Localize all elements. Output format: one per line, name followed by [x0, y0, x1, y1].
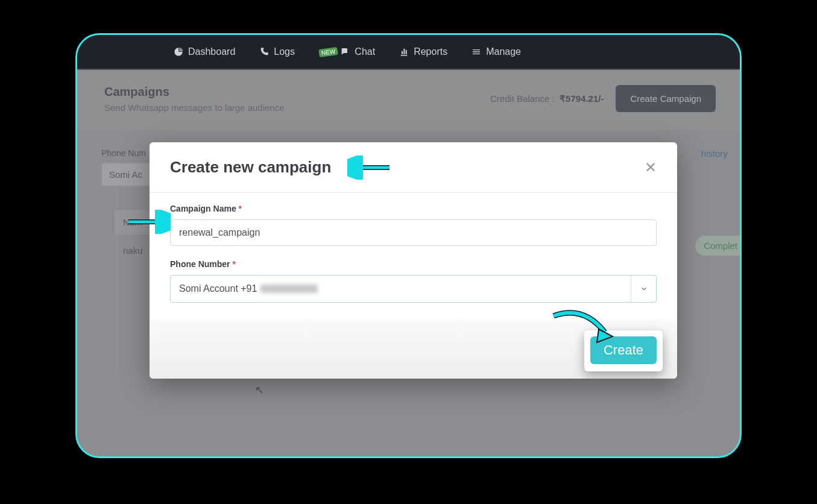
close-icon[interactable]: ✕	[645, 159, 657, 176]
phone-number-select[interactable]: Somi Account +91	[170, 275, 657, 303]
chart-icon	[399, 47, 409, 57]
menu-icon	[472, 47, 481, 57]
app-frame: Dashboard Logs NEW Chat Reports Manage C…	[75, 33, 742, 458]
required-marker: *	[239, 204, 242, 213]
nav-reports-label: Reports	[414, 46, 447, 57]
nav-logs[interactable]: Logs	[259, 46, 295, 57]
chat-icon	[340, 47, 350, 57]
create-campaign-modal: Create new campaign ✕ Campaign Name * Ph…	[150, 142, 677, 379]
nav-dashboard-label: Dashboard	[188, 46, 235, 57]
modal-title: Create new campaign	[170, 158, 331, 177]
pie-icon	[174, 47, 183, 57]
create-button[interactable]: Create	[590, 336, 657, 364]
nav-chat[interactable]: NEW Chat	[319, 46, 375, 57]
modal-footer: Create	[150, 320, 677, 379]
campaign-name-input[interactable]	[170, 219, 657, 246]
nav-reports[interactable]: Reports	[399, 46, 447, 57]
chevron-down-icon[interactable]	[631, 276, 656, 302]
create-button-highlight: Create	[584, 330, 663, 371]
new-badge: NEW	[318, 46, 338, 57]
cursor-icon: ↖	[255, 383, 264, 397]
nav-manage-label: Manage	[486, 46, 521, 57]
campaign-name-label: Campaign Name	[170, 204, 236, 213]
phone-number-label: Phone Number	[170, 259, 230, 269]
nav-logs-label: Logs	[274, 46, 295, 57]
nav-chat-label: Chat	[355, 46, 375, 57]
phone-icon	[259, 47, 269, 57]
phone-number-value: Somi Account +91	[179, 283, 257, 294]
nav-manage[interactable]: Manage	[472, 46, 521, 57]
redacted-number	[260, 285, 318, 293]
nav-dashboard[interactable]: Dashboard	[174, 46, 235, 57]
top-nav: Dashboard Logs NEW Chat Reports Manage	[77, 35, 740, 70]
required-marker: *	[232, 259, 235, 269]
